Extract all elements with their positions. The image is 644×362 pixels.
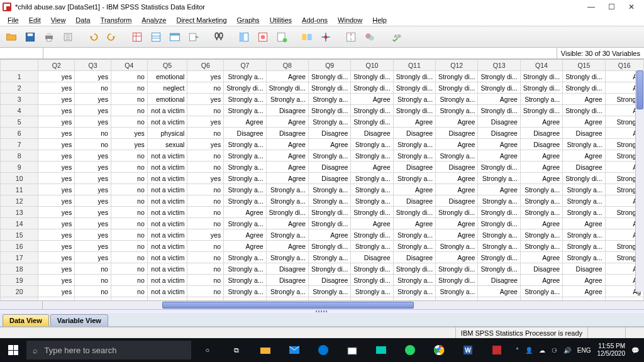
cell[interactable]: Agree: [351, 162, 393, 173]
cell[interactable]: not a victim: [147, 105, 187, 116]
cell[interactable]: no: [75, 297, 111, 301]
cell[interactable]: Agree: [436, 218, 478, 229]
row-header[interactable]: 20: [1, 286, 38, 297]
cell[interactable]: emotional: [147, 94, 187, 105]
cell[interactable]: Strongly di...: [351, 263, 393, 275]
cell[interactable]: Strongly a...: [308, 94, 350, 105]
cell[interactable]: Strongly a...: [224, 184, 266, 195]
col-header-Q8[interactable]: Q8: [266, 60, 308, 71]
cell[interactable]: Strongly a...: [520, 207, 562, 218]
cell[interactable]: Disagree: [224, 297, 266, 301]
cell[interactable]: yes: [111, 128, 147, 139]
cell[interactable]: yes: [111, 297, 147, 301]
cell[interactable]: no: [187, 297, 224, 301]
cell[interactable]: neglect: [147, 82, 187, 94]
cell[interactable]: Disagree: [436, 128, 478, 139]
cell[interactable]: Strongly a...: [224, 195, 266, 207]
mail-icon[interactable]: [280, 338, 308, 362]
undo-icon[interactable]: [84, 28, 102, 46]
cell[interactable]: Strongly a...: [520, 94, 562, 105]
cell[interactable]: Disagree: [563, 263, 605, 275]
cell[interactable]: yes: [38, 252, 75, 263]
start-button[interactable]: [0, 338, 26, 362]
cell[interactable]: no: [111, 162, 147, 173]
col-header-Q16[interactable]: Q16: [605, 60, 643, 71]
cell[interactable]: yes: [111, 139, 147, 150]
print-icon[interactable]: [40, 28, 58, 46]
cell[interactable]: no: [187, 184, 224, 195]
cell[interactable]: Agree: [308, 139, 350, 150]
cortana-icon[interactable]: ○: [194, 338, 221, 362]
cell[interactable]: Strongly di...: [224, 82, 266, 94]
cell[interactable]: Disagree: [393, 195, 435, 207]
cell[interactable]: Strongly di...: [393, 297, 435, 301]
menu-help[interactable]: Help: [367, 15, 392, 25]
horizontal-scrollbar[interactable]: [0, 300, 644, 309]
cell[interactable]: Strongly a...: [308, 116, 350, 128]
cell[interactable]: Strongly di...: [478, 71, 520, 82]
cell[interactable]: Agree: [436, 139, 478, 150]
menu-utilities[interactable]: Utilities: [265, 15, 297, 25]
col-header-Q15[interactable]: Q15: [563, 60, 605, 71]
cell[interactable]: yes: [75, 105, 111, 116]
spellcheck-icon[interactable]: ABC: [386, 28, 404, 46]
cell[interactable]: yes: [38, 173, 75, 184]
cell[interactable]: yes: [38, 241, 75, 252]
cell[interactable]: Disagree: [266, 275, 308, 286]
cell[interactable]: Agree: [393, 218, 435, 229]
cell[interactable]: no: [111, 207, 147, 218]
cell[interactable]: no: [187, 241, 224, 252]
cell[interactable]: Strongly a...: [393, 275, 435, 286]
cell[interactable]: Strongly di...: [351, 105, 393, 116]
cell[interactable]: Strongly di...: [478, 263, 520, 275]
cell[interactable]: not a victim: [147, 207, 187, 218]
cell[interactable]: Strongly a...: [224, 173, 266, 184]
taskbar-search[interactable]: ⌕ Type here to search: [26, 341, 191, 359]
tray-volume-icon[interactable]: 🔊: [564, 347, 571, 354]
cell[interactable]: Strongly di...: [520, 71, 562, 82]
cell[interactable]: Agree: [224, 207, 266, 218]
cell[interactable]: Strongly a...: [393, 229, 435, 241]
cell[interactable]: Strongly di...: [351, 71, 393, 82]
cell[interactable]: not a victim: [147, 162, 187, 173]
goto-var-icon[interactable]: [147, 28, 165, 46]
cell[interactable]: Agree: [478, 150, 520, 162]
cell[interactable]: Disagree: [478, 116, 520, 128]
cell[interactable]: not a victim: [147, 116, 187, 128]
cell[interactable]: not a victim: [147, 184, 187, 195]
cell[interactable]: yes: [75, 241, 111, 252]
cell[interactable]: Strongly di...: [351, 275, 393, 286]
cell[interactable]: Strongly a...: [351, 184, 393, 195]
cell[interactable]: Agree: [478, 184, 520, 195]
value-labels-icon[interactable]: [298, 28, 316, 46]
cell[interactable]: yes: [75, 173, 111, 184]
cell[interactable]: Strongly a...: [351, 173, 393, 184]
cell[interactable]: yes: [38, 263, 75, 275]
cell[interactable]: Disagree: [266, 263, 308, 275]
cell[interactable]: no: [187, 82, 224, 94]
cell[interactable]: not a victim: [147, 195, 187, 207]
cell[interactable]: Strongly a...: [520, 229, 562, 241]
cell[interactable]: Strongly a...: [224, 162, 266, 173]
cell[interactable]: Strongly a...: [351, 139, 393, 150]
cell[interactable]: no: [111, 263, 147, 275]
cell[interactable]: Strongly di...: [393, 82, 435, 94]
col-header-Q10[interactable]: Q10: [351, 60, 393, 71]
cell[interactable]: Strongly a...: [436, 105, 478, 116]
menu-direct-marketing[interactable]: Direct Marketing: [171, 15, 231, 25]
cell[interactable]: yes: [38, 162, 75, 173]
weight-icon[interactable]: [254, 28, 272, 46]
cell[interactable]: no: [75, 263, 111, 275]
cell[interactable]: yes: [187, 139, 224, 150]
cell[interactable]: no: [111, 150, 147, 162]
cell[interactable]: Disagree: [266, 128, 308, 139]
cell[interactable]: Disagree: [351, 128, 393, 139]
menu-data[interactable]: Data: [70, 15, 95, 25]
cell[interactable]: Strongly a...: [393, 286, 435, 297]
cell[interactable]: Strongly di...: [478, 252, 520, 263]
cell[interactable]: yes: [38, 184, 75, 195]
row-header[interactable]: 21: [1, 297, 38, 301]
row-header[interactable]: 1: [1, 71, 38, 82]
cell[interactable]: Agree: [266, 71, 308, 82]
cell[interactable]: Agree: [351, 218, 393, 229]
